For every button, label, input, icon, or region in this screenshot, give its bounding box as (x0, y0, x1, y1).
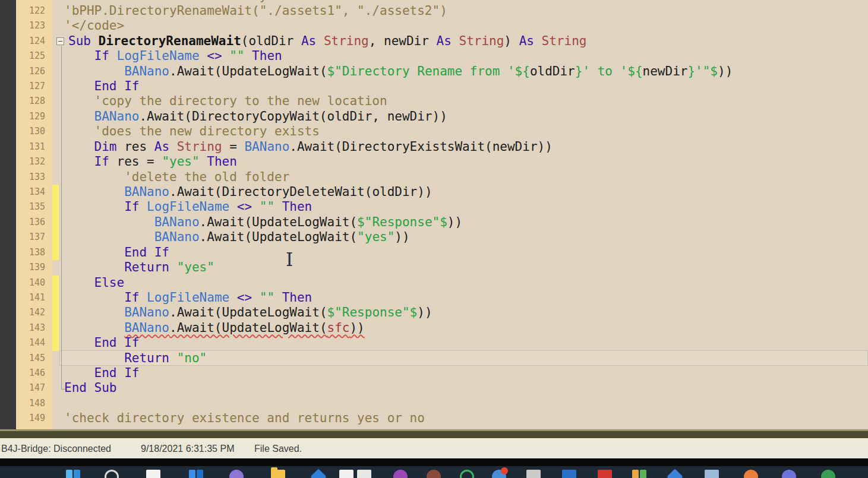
line-number[interactable]: 146 (16, 366, 49, 381)
line-number[interactable]: 144 (16, 335, 49, 350)
indigo-dome-icon[interactable] (782, 470, 796, 478)
line-number[interactable]: 147 (16, 381, 49, 395)
code-line-148[interactable] (64, 396, 868, 411)
line-number[interactable]: 137 (16, 230, 49, 245)
help-badge-icon[interactable] (492, 470, 506, 478)
white-card2-icon[interactable] (357, 470, 371, 478)
white-card-icon[interactable] (339, 470, 353, 478)
line-number[interactable]: 136 (16, 215, 49, 230)
line-number[interactable]: 141 (16, 290, 49, 305)
code-editor[interactable]: 1211221231241251261271281291301311321331… (0, 0, 868, 429)
line-number[interactable]: 135 (16, 200, 49, 214)
code-line-127[interactable]: End If (64, 79, 868, 94)
code-line-133[interactable]: 'delete the old folder (64, 170, 868, 185)
green-ring-icon[interactable] (460, 470, 474, 478)
changed-lines-marker (52, 185, 59, 260)
window-gap (0, 458, 868, 466)
file-saved-status: File Saved. (254, 439, 302, 458)
b4j-ide-window: 1211221231241251261271281291301311321331… (0, 0, 868, 478)
ibeam-mouse-cursor: I (284, 249, 295, 270)
code-line-147[interactable]: End Sub (64, 381, 868, 395)
code-line-131[interactable]: Dim res As String = BANano.Await(Directo… (64, 140, 868, 154)
bridge-status: B4J-Bridge: Disconnected (1, 439, 111, 458)
changed-lines-marker (52, 276, 59, 351)
line-number[interactable]: 123 (16, 18, 49, 33)
red-grid-icon[interactable] (598, 470, 612, 478)
code-line-134[interactable]: BANano.Await(DirectoryDeleteWait(oldDir)… (64, 185, 868, 200)
code-line-130[interactable]: 'does the new directory exists (64, 124, 868, 139)
line-number[interactable]: 142 (16, 305, 49, 320)
line-number[interactable]: 125 (16, 49, 49, 64)
line-number[interactable]: 139 (16, 260, 49, 275)
line-number[interactable]: 148 (16, 396, 49, 411)
status-bar: B4J-Bridge: Disconnected 9/18/2021 6:31:… (0, 438, 868, 458)
line-number[interactable]: 126 (16, 64, 49, 79)
editor-left-margin (0, 0, 16, 429)
status-timestamp: 9/18/2021 6:31:35 PM (141, 439, 234, 458)
white-window-icon[interactable] (146, 470, 160, 478)
line-number[interactable]: 138 (16, 245, 49, 260)
code-line-136[interactable]: BANano.Await(UpdateLogWait($"Response"$)… (64, 215, 868, 230)
blue-window-icon[interactable] (189, 470, 203, 478)
code-line-137[interactable]: BANano.Await(UpdateLogWait("yes")) (64, 230, 868, 245)
code-line-123[interactable]: '</code> (64, 18, 868, 33)
blue-tiles-icon[interactable] (66, 470, 80, 478)
blue-gem-icon[interactable] (310, 468, 326, 478)
green-dome-icon[interactable] (821, 470, 835, 478)
code-line-145[interactable]: Return "no" (64, 351, 868, 366)
collapse-minus-icon[interactable] (56, 37, 64, 45)
portrait-icon[interactable] (427, 470, 441, 478)
yellow-folder-icon[interactable] (271, 470, 285, 478)
line-number[interactable]: 143 (16, 321, 49, 335)
blue-drop-icon[interactable] (667, 468, 683, 478)
code-line-124[interactable]: Sub DirectoryRenameWait(oldDir As String… (64, 34, 868, 49)
blue-frame-icon[interactable] (562, 470, 576, 478)
code-line-146[interactable]: End If (64, 366, 868, 381)
line-number[interactable]: 140 (16, 276, 49, 290)
windows-taskbar[interactable] (0, 466, 868, 478)
code-line-140[interactable]: Else (64, 276, 868, 290)
code-line-141[interactable]: If LogFileName <> "" Then (64, 290, 868, 305)
orange-green-icon[interactable] (632, 470, 646, 478)
code-line-122[interactable]: 'bPHP.DirectoryRenameWait("./assets1", "… (64, 4, 868, 18)
code-line-144[interactable]: End If (64, 335, 868, 350)
code-line-129[interactable]: BANano.Await(DirectoryCopyWait(oldDir, n… (64, 109, 868, 124)
code-line-142[interactable]: BANano.Await(UpdateLogWait($"Response"$)… (64, 305, 868, 320)
fold-guide-line (61, 46, 62, 389)
code-line-125[interactable]: If LogFileName <> "" Then (64, 49, 868, 64)
line-number[interactable]: 122 (16, 4, 49, 18)
purple-circle-icon[interactable] (393, 470, 408, 478)
line-number[interactable]: 133 (16, 170, 49, 185)
cortana-ring-icon[interactable] (105, 470, 119, 478)
gutter-numbers[interactable]: 1211221231241251261271281291301311321331… (16, 0, 49, 426)
code-line-138[interactable]: End If (64, 245, 868, 260)
code-line-143[interactable]: BANano.Await(UpdateLogWait(sfc)) (64, 321, 868, 335)
blue-doc-icon[interactable] (705, 470, 719, 478)
horizontal-scrollbar[interactable] (0, 429, 868, 438)
orange-circle-icon[interactable] (744, 470, 758, 478)
line-number[interactable]: 124 (16, 34, 49, 49)
code-line-139[interactable]: Return "yes" (64, 260, 868, 275)
line-number[interactable]: 128 (16, 94, 49, 109)
line-number[interactable]: 129 (16, 109, 49, 124)
line-number[interactable]: 134 (16, 185, 49, 200)
code-lines[interactable]: 'rename or move a directory'bPHP.Directo… (64, 0, 868, 426)
code-line-149[interactable]: 'check directory existence and returns y… (64, 411, 868, 426)
keyboard-icon[interactable] (526, 470, 541, 478)
code-line-126[interactable]: BANano.Await(UpdateLogWait($"Directory R… (64, 64, 868, 79)
purple-dome-icon[interactable] (229, 470, 244, 478)
code-line-135[interactable]: If LogFileName <> "" Then (64, 200, 868, 214)
line-number[interactable]: 130 (16, 124, 49, 139)
code-line-132[interactable]: If res = "yes" Then (64, 154, 868, 169)
line-number[interactable]: 149 (16, 411, 49, 426)
line-number[interactable]: 131 (16, 140, 49, 154)
line-number[interactable]: 145 (16, 351, 49, 366)
line-number[interactable]: 132 (16, 154, 49, 169)
line-number[interactable]: 127 (16, 79, 49, 94)
code-line-128[interactable]: 'copy the directory to the new location (64, 94, 868, 109)
